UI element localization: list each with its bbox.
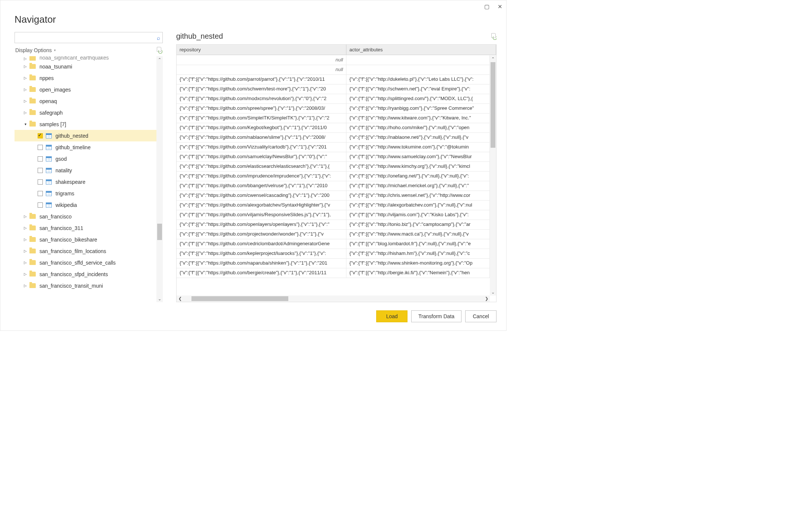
checkbox[interactable] (38, 168, 43, 173)
tree-item-label: wikipedia (55, 202, 77, 208)
tree-folder-item[interactable]: ▷san_francisco_sfpd_incidents (15, 268, 156, 280)
table-row[interactable]: {"v":{"f":[{"v":"https://github.com/berg… (177, 268, 490, 278)
search-input-wrapper[interactable]: ⌕ (15, 32, 163, 43)
checkbox[interactable] (38, 156, 43, 162)
scroll-up-icon[interactable]: ⌃ (156, 56, 163, 63)
scroll-up-icon[interactable]: ⌃ (490, 55, 496, 62)
table-row[interactable]: null (177, 55, 490, 65)
expand-icon[interactable]: ▷ (23, 99, 28, 103)
cell-actor-attributes: {"v":{"f":[{"v":"http://www.shinken-moni… (346, 259, 490, 268)
column-header-actor-attributes[interactable]: actor_attributes (346, 45, 496, 55)
tree-folder-item[interactable]: ▷san_francisco_bikeshare (15, 234, 156, 245)
expand-icon[interactable]: ▷ (23, 260, 28, 265)
close-icon[interactable]: ✕ (496, 2, 504, 12)
tree-table-item[interactable]: shakespeare (15, 176, 156, 188)
table-row[interactable]: {"v":{"f":[{"v":"https://github.com/modx… (177, 94, 490, 104)
tree-folder-item[interactable]: ▷san_francisco_sffd_service_calls (15, 257, 156, 268)
table-row[interactable]: {"v":{"f":[{"v":"https://github.com/napa… (177, 259, 490, 268)
table-row[interactable]: {"v":{"f":[{"v":"https://github.com/cedr… (177, 239, 490, 249)
table-row[interactable]: null (177, 65, 490, 75)
table-row[interactable]: {"v":{"f":[{"v":"https://github.com/schw… (177, 84, 490, 94)
folder-icon (29, 214, 36, 219)
checkbox[interactable] (38, 202, 43, 208)
tree-table-item[interactable]: trigrams (15, 188, 156, 199)
collapse-icon[interactable]: ▾ (23, 122, 28, 126)
column-header-repository[interactable]: repository (177, 45, 346, 55)
display-options-dropdown[interactable]: Display Options ▾ (15, 47, 56, 53)
table-row[interactable]: {"v":{"f":[{"v":"https://github.com/impr… (177, 172, 490, 181)
grid-body: nullnull{"v":{"f":[{"v":"https://github.… (177, 55, 490, 295)
tree-item-label: nppes (39, 75, 54, 81)
tree-folder-item[interactable]: ▷noaa_tsunami (15, 61, 156, 72)
checkbox[interactable] (38, 145, 43, 150)
scroll-thumb[interactable] (491, 62, 495, 148)
scroll-down-icon[interactable]: ⌄ (156, 295, 163, 302)
transform-data-button[interactable]: Transform Data (411, 310, 461, 322)
cancel-button[interactable]: Cancel (465, 310, 497, 322)
checkbox[interactable] (38, 191, 43, 196)
tree-folder-item[interactable]: ▷san_francisco (15, 211, 156, 222)
search-input[interactable] (17, 35, 157, 41)
tree-item-label: safegraph (39, 110, 63, 116)
tree-folder-item[interactable]: ▷openaq (15, 95, 156, 107)
checkbox[interactable] (38, 179, 43, 185)
expand-icon[interactable]: ▷ (23, 87, 28, 92)
grid-vertical-scrollbar[interactable]: ⌃ ⌄ (490, 55, 496, 295)
scroll-left-icon[interactable]: ❮ (177, 295, 183, 302)
tree-folder-item[interactable]: ▷noaa_significant_earthquakes (15, 56, 156, 61)
cell-repository: {"v":{"f":[{"v":"https://github.com/alex… (177, 201, 346, 210)
table-row[interactable]: {"v":{"f":[{"v":"https://github.com/nabl… (177, 133, 490, 143)
cell-repository: {"v":{"f":[{"v":"https://github.com/samu… (177, 152, 346, 162)
tree-vertical-scrollbar[interactable]: ⌃ ⌄ (156, 56, 163, 302)
scroll-down-icon[interactable]: ⌄ (490, 289, 496, 295)
expand-icon[interactable]: ▷ (23, 111, 28, 115)
table-row[interactable]: {"v":{"f":[{"v":"https://github.com/alex… (177, 201, 490, 210)
expand-icon[interactable]: ▷ (23, 249, 28, 253)
grid-horizontal-scrollbar[interactable]: ❮ ❯ (177, 295, 490, 302)
tree-folder-item[interactable]: ▷safegraph (15, 107, 156, 118)
search-icon[interactable]: ⌕ (157, 35, 160, 41)
table-row[interactable]: {"v":{"f":[{"v":"https://github.com/samu… (177, 152, 490, 162)
table-row[interactable]: {"v":{"f":[{"v":"https://github.com/cwen… (177, 191, 490, 201)
table-row[interactable]: {"v":{"f":[{"v":"https://github.com/parr… (177, 75, 490, 84)
load-button[interactable]: Load (376, 310, 407, 322)
table-row[interactable]: {"v":{"f":[{"v":"https://github.com/spre… (177, 104, 490, 114)
expand-icon[interactable]: ▷ (23, 76, 28, 80)
expand-icon[interactable]: ▷ (23, 284, 28, 288)
maximize-icon[interactable]: ▢ (483, 2, 491, 12)
tree-table-item[interactable]: wikipedia (15, 199, 156, 211)
scroll-right-icon[interactable]: ❯ (483, 295, 490, 302)
table-row[interactable]: {"v":{"f":[{"v":"https://github.com/Simp… (177, 114, 490, 123)
table-row[interactable]: {"v":{"f":[{"v":"https://github.com/Kegb… (177, 123, 490, 133)
tree-table-item[interactable]: natality (15, 164, 156, 176)
refresh-data-icon[interactable] (491, 33, 497, 40)
scroll-thumb[interactable] (157, 224, 162, 240)
tree-folder-item[interactable]: ▷san_francisco_transit_muni (15, 280, 156, 291)
expand-icon[interactable]: ▷ (23, 272, 28, 276)
expand-icon[interactable]: ▷ (23, 214, 28, 218)
tree-folder-item[interactable]: ▷san_francisco_311 (15, 222, 156, 234)
tree-folder-item[interactable]: ▷san_francisco_film_locations (15, 245, 156, 257)
tree-table-item[interactable]: github_nested (15, 130, 156, 141)
table-row[interactable]: {"v":{"f":[{"v":"https://github.com/open… (177, 220, 490, 230)
table-row[interactable]: {"v":{"f":[{"v":"https://github.com/kepl… (177, 249, 490, 259)
tree-table-item[interactable]: github_timeline (15, 141, 156, 153)
table-row[interactable]: {"v":{"f":[{"v":"https://github.com/vilj… (177, 210, 490, 220)
tree-folder-item[interactable]: ▷nppes (15, 72, 156, 84)
table-row[interactable]: {"v":{"f":[{"v":"https://github.com/Vizz… (177, 143, 490, 152)
checkbox[interactable] (38, 133, 43, 138)
tree-folder-item[interactable]: ▷open_images (15, 84, 156, 95)
tree-table-item[interactable]: gsod (15, 153, 156, 164)
refresh-preview-icon[interactable] (156, 47, 162, 54)
cell-actor-attributes: {"v":{"f":[{"v":"http://onefang.net/"},{… (346, 172, 490, 181)
scroll-thumb[interactable] (191, 296, 288, 301)
expand-icon[interactable]: ▷ (23, 226, 28, 230)
expand-icon[interactable]: ▷ (23, 237, 28, 242)
expand-icon[interactable]: ▷ (23, 64, 28, 68)
table-row[interactable]: {"v":{"f":[{"v":"https://github.com/elas… (177, 162, 490, 172)
table-row[interactable]: {"v":{"f":[{"v":"https://github.com/bban… (177, 181, 490, 191)
folder-icon (29, 237, 36, 242)
tree-folder-item[interactable]: ▾samples [7] (15, 118, 156, 130)
expand-icon[interactable]: ▷ (23, 57, 28, 61)
table-row[interactable]: {"v":{"f":[{"v":"https://github.com/proj… (177, 230, 490, 239)
